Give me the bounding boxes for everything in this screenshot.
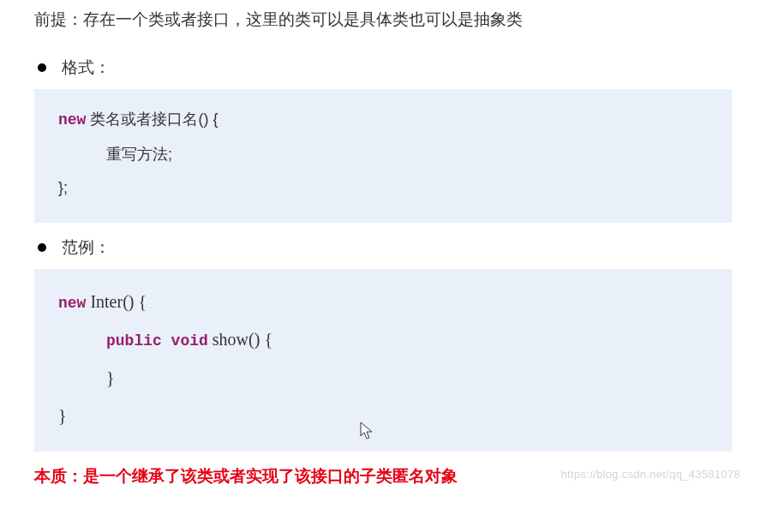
example-bullet: 范例： bbox=[34, 236, 732, 259]
premise-text: 前提：存在一个类或者接口，这里的类可以是具体类也可以是抽象类 bbox=[34, 9, 732, 31]
code-line: public void show() { bbox=[58, 320, 708, 359]
code-text: show() { bbox=[208, 330, 272, 349]
keyword-new: new bbox=[58, 111, 86, 129]
format-code-block: new 类名或者接口名() { 重写方法; }; bbox=[34, 89, 732, 223]
format-bullet: 格式： bbox=[34, 57, 732, 79]
code-line: 重写方法; bbox=[58, 138, 708, 172]
format-label: 格式： bbox=[62, 57, 111, 79]
example-label: 范例： bbox=[62, 236, 111, 259]
example-code-block: new Inter() { public void show() { } } bbox=[34, 269, 732, 451]
bullet-dot-icon bbox=[38, 63, 46, 72]
code-text: 类名或者接口名() { bbox=[86, 111, 218, 128]
keyword-public-void: public void bbox=[106, 332, 208, 350]
code-line: new Inter() { bbox=[58, 283, 708, 321]
code-line: new 类名或者接口名() { bbox=[58, 103, 708, 138]
keyword-new: new bbox=[58, 295, 86, 312]
bullet-dot-icon bbox=[38, 243, 46, 252]
code-line: } bbox=[58, 359, 708, 397]
watermark-text: https://blog.csdn.net/qq_43581078 bbox=[561, 468, 740, 481]
code-text: Inter() { bbox=[86, 292, 147, 311]
code-line: } bbox=[58, 397, 708, 434]
code-line: }; bbox=[58, 171, 708, 206]
